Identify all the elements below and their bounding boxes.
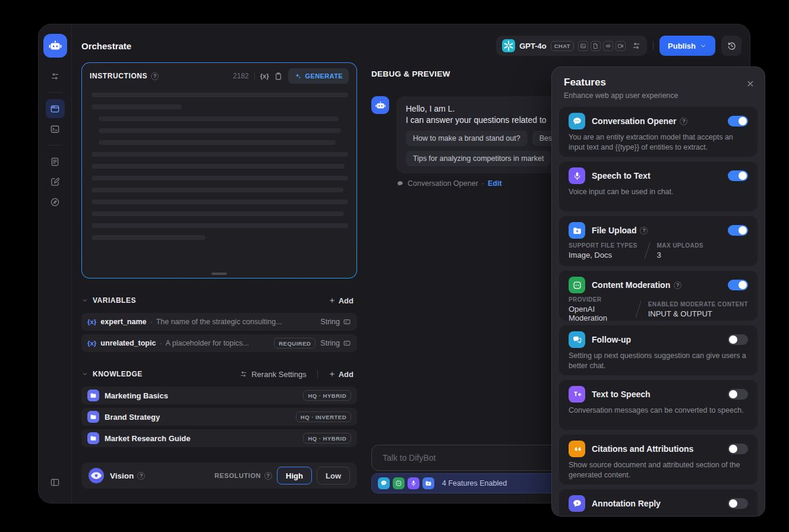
resize-handle[interactable]	[212, 273, 227, 275]
knowledge-list: Marketing BasicsHQ · HYBRIDBrand Strateg…	[81, 387, 357, 447]
stat-divider	[635, 301, 641, 318]
help-icon[interactable]: ?	[674, 281, 681, 289]
feature-toggle[interactable]	[728, 116, 748, 126]
top-bar: Orchestrate GPT-4o CHAT Publish	[72, 24, 750, 67]
variable-meta: String	[320, 318, 351, 326]
knowledge-row[interactable]: Market Research GuideHQ · HYBRID	[81, 429, 357, 447]
edit-opener-link[interactable]: Edit	[488, 179, 502, 188]
audio-icon	[605, 43, 611, 49]
toggle-knob	[729, 390, 737, 398]
separator-dot: ·	[150, 318, 152, 326]
chevron-down-icon[interactable]	[81, 370, 89, 378]
resolution-high-button[interactable]: High	[277, 467, 312, 484]
sidebar-item-annotations[interactable]	[46, 172, 65, 191]
feature-description: Conversation messages can be converted t…	[569, 406, 748, 416]
help-icon[interactable]: ?	[640, 227, 648, 235]
features-enabled-label: 4 Features Enabled	[442, 479, 507, 487]
add-knowledge-button[interactable]: Add	[325, 369, 357, 379]
variable-type: String	[320, 318, 351, 326]
image-icon	[580, 43, 586, 49]
add-variable-button[interactable]: Add	[325, 296, 357, 306]
feature-toggle[interactable]	[728, 389, 748, 400]
feature-toggle[interactable]	[728, 280, 748, 290]
header-actions: GPT-4o CHAT Publish	[496, 36, 741, 56]
robot-icon	[375, 100, 386, 111]
skeleton-line	[91, 176, 348, 180]
sidebar-item-model-settings[interactable]	[46, 66, 65, 86]
feature-card-header: File Upload?	[569, 222, 748, 239]
feature-toggle[interactable]	[728, 170, 748, 181]
sidebar-item-collapse-sidebar[interactable]	[46, 473, 65, 492]
suggestion-chip[interactable]: How to make a brand stand out?	[406, 131, 528, 146]
video-capability-badge	[616, 41, 626, 51]
skeleton-line	[91, 235, 206, 240]
page-title: Orchestrate	[81, 41, 131, 51]
knowledge-row[interactable]: Brand StrategyHQ · INVERTED	[81, 408, 357, 426]
resolution-low-button[interactable]: Low	[317, 467, 350, 484]
audio-capability-badge	[603, 41, 613, 51]
features-title: Features	[564, 77, 753, 88]
variable-row[interactable]: {x}unrelated_topic·A placeholder for top…	[81, 334, 357, 352]
help-icon[interactable]: ?	[151, 72, 159, 80]
text-to-speech-glyph	[572, 390, 582, 400]
chat-bubble-icon	[396, 180, 404, 188]
help-icon[interactable]: ?	[680, 118, 687, 125]
feature-card-header: Follow-up	[569, 331, 748, 348]
close-icon[interactable]	[746, 79, 755, 88]
stat-value: 3	[657, 251, 703, 259]
chevron-down-icon[interactable]	[81, 297, 89, 304]
feature-toggle[interactable]	[728, 498, 748, 509]
sidebar-item-logs-terminal[interactable]	[46, 119, 65, 138]
knowledge-row[interactable]: Marketing BasicsHQ · HYBRID	[81, 387, 357, 404]
knowledge-name: Marketing Basics	[105, 391, 303, 400]
help-icon[interactable]: ?	[264, 472, 272, 480]
feature-title: Follow-up	[592, 335, 631, 344]
skeleton-line	[91, 188, 343, 192]
feature-stats: PROVIDEROpenAI ModerationENABLED MODERAT…	[569, 296, 748, 321]
feature-description: You are an entity extraction model that …	[569, 132, 748, 153]
rerank-settings-button[interactable]: Rerank Settings	[236, 369, 310, 379]
suggestion-chip[interactable]: Tips for analyzing competitors in market	[406, 151, 551, 166]
sidebar-item-explore[interactable]	[46, 192, 65, 211]
history-button[interactable]	[721, 36, 741, 56]
stat-value: Image, Docs	[569, 251, 637, 259]
variable-description: A placeholder for topics...	[166, 339, 270, 347]
feature-title: File Upload	[592, 226, 636, 235]
sidebar-item-documents[interactable]	[46, 152, 65, 171]
model-config-icon[interactable]	[632, 41, 641, 50]
variables-section-header: VARIABLES Add	[81, 294, 357, 307]
content-moderation-icon	[393, 477, 405, 489]
toggle-knob	[738, 281, 747, 289]
instructions-text-skeleton[interactable]	[82, 89, 356, 240]
app-logo[interactable]	[43, 34, 67, 58]
copy-icon[interactable]	[274, 72, 283, 81]
toolbar-divider	[254, 72, 255, 80]
help-icon[interactable]: ?	[137, 472, 145, 480]
generate-button[interactable]: GENERATE	[288, 68, 349, 84]
content-moderation-glyph	[395, 480, 402, 487]
feature-toggle[interactable]	[728, 225, 748, 236]
feature-toggle[interactable]	[728, 444, 748, 454]
feature-toggle[interactable]	[728, 334, 748, 345]
rail-divider	[48, 92, 62, 93]
publish-button[interactable]: Publish	[659, 36, 715, 56]
variable-row[interactable]: {x}expert_name·The name of the strategic…	[81, 313, 357, 331]
follow-up-glyph	[572, 335, 582, 345]
skeleton-line	[91, 223, 348, 228]
feature-stat: MAX UPLOADS3	[657, 242, 703, 259]
toggle-knob	[738, 226, 747, 235]
variable-type: String	[320, 339, 351, 347]
model-selector[interactable]: GPT-4o CHAT	[496, 36, 647, 56]
feature-card-header: Annotation Reply	[569, 495, 748, 512]
file-upload-glyph	[572, 226, 582, 236]
toggle-knob	[729, 445, 737, 453]
sidebar-item-orchestrate[interactable]	[46, 99, 65, 118]
insert-variable-button[interactable]: {x}	[260, 72, 269, 80]
char-count: 2182	[233, 72, 249, 80]
feature-stat: PROVIDEROpenAI Moderation	[569, 296, 629, 321]
citations-icon	[569, 441, 585, 457]
feature-card-header: Conversation Opener?	[569, 113, 748, 129]
edit-field-icon[interactable]	[343, 339, 351, 347]
instructions-title: INSTRUCTIONS	[90, 72, 147, 80]
edit-field-icon[interactable]	[343, 318, 351, 326]
